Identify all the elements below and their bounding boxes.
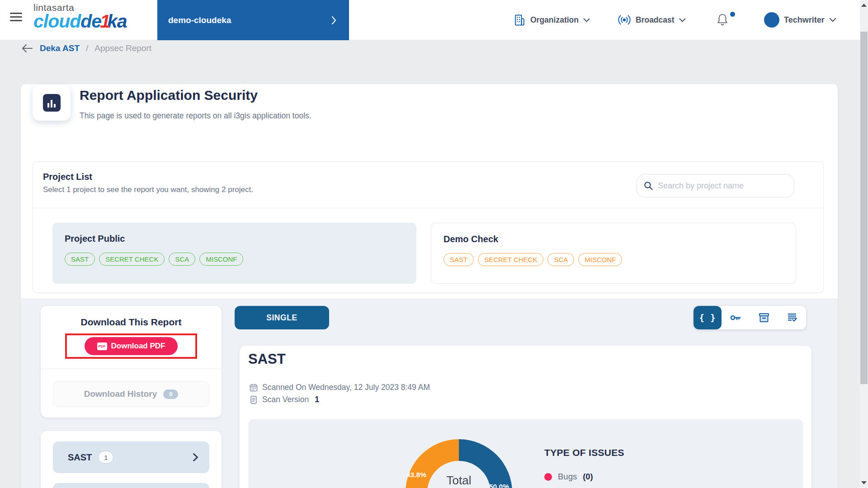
- hamburger-menu-icon[interactable]: [10, 13, 23, 23]
- organization-menu[interactable]: Organization: [514, 0, 590, 40]
- report-nav-item-next[interactable]: [53, 483, 209, 488]
- type-of-issues-title: TYPE OF ISSUES: [544, 447, 624, 458]
- sast-section-title: SAST: [248, 351, 286, 367]
- highlight-box: PDF Download PDF: [65, 333, 197, 359]
- workspace-label: demo-cloudeka: [168, 15, 231, 25]
- scrollbar-thumb[interactable]: [860, 32, 868, 384]
- organization-label: Organization: [530, 15, 579, 25]
- tag-sast: SAST: [443, 253, 474, 266]
- page-subtitle: This page is used to generate reports on…: [80, 111, 311, 121]
- download-history-button[interactable]: Download History 0: [53, 381, 209, 407]
- donut-center-label: Total: [427, 474, 491, 488]
- project-name: Demo Check: [443, 234, 498, 244]
- project-list-title: Project List: [43, 172, 92, 182]
- app-header: lintasarta cloudde1ka demo-cloudeka Orga…: [0, 0, 868, 40]
- report-nav-label: SAST: [68, 452, 92, 463]
- search-icon: [643, 181, 653, 191]
- download-history-count-badge: 0: [163, 389, 178, 399]
- sast-report-card: SAST Scanned On Wednesday, 12 July 2023 …: [240, 346, 811, 488]
- report-nav-item-sast[interactable]: SAST 1: [53, 441, 209, 473]
- chevron-down-icon: [829, 18, 836, 22]
- main-content-card: Report Application Security This page is…: [21, 84, 838, 488]
- report-toolbar: { }: [693, 306, 806, 329]
- single-mode-button[interactable]: SINGLE: [235, 306, 329, 329]
- toolbar-archive-button[interactable]: [750, 306, 778, 329]
- scanned-on-row: Scanned On Wednesday, 12 July 2023 8:49 …: [249, 383, 430, 392]
- project-tags: SAST SECRET CHECK SCA MISCONF: [443, 253, 622, 266]
- scan-version-label: Scan Version: [262, 395, 309, 404]
- project-tags: SAST SECRET CHECK SCA MISCONF: [65, 253, 243, 266]
- download-report-title: Download This Report: [41, 317, 222, 328]
- download-pdf-label: Download PDF: [111, 342, 165, 351]
- project-search: [637, 174, 794, 197]
- chevron-right-icon: [331, 16, 336, 25]
- download-report-card: Download This Report PDF Download PDF Do…: [41, 306, 222, 418]
- tag-sca: SCA: [547, 253, 574, 266]
- breadcrumb-link-deka-ast[interactable]: Deka AST: [40, 43, 80, 53]
- project-list-card: Project List Select 1 project to see the…: [33, 161, 824, 293]
- breadcrumb-current: Appsec Report: [94, 43, 151, 53]
- divider: [33, 208, 823, 208]
- tag-secret-check: SECRET CHECK: [99, 253, 165, 266]
- issues-chart-panel: Total 43.8% 50.0% TYPE OF ISSUES Bugs (0…: [248, 419, 803, 488]
- tag-sast: SAST: [65, 253, 95, 266]
- tag-secret-check: SECRET CHECK: [478, 253, 543, 266]
- broadcast-label: Broadcast: [636, 15, 675, 25]
- legend-label: Bugs: [558, 472, 577, 482]
- workspace-switcher[interactable]: demo-cloudeka: [157, 0, 349, 40]
- project-list-subtitle: Select 1 project to see the report you w…: [43, 185, 253, 194]
- breadcrumb-separator: /: [86, 43, 88, 53]
- calendar-icon: [249, 383, 258, 392]
- broadcast-menu[interactable]: Broadcast: [618, 0, 686, 40]
- toolbar-code-braces-button[interactable]: { }: [693, 306, 722, 329]
- bugs-dot-icon: [544, 473, 552, 481]
- report-nav-card: SAST 1: [41, 431, 222, 488]
- toolbar-report-list-button[interactable]: [778, 306, 806, 329]
- page-icon-tile: [33, 85, 71, 121]
- report-check-icon: [786, 312, 798, 324]
- report-nav-count-badge: 1: [98, 451, 113, 464]
- bell-icon: [716, 13, 729, 27]
- notification-badge-dot: [730, 12, 735, 17]
- user-name: Techwriter: [784, 15, 825, 25]
- page-title: Report Application Security: [80, 88, 258, 103]
- tag-sca: SCA: [169, 253, 195, 266]
- organization-building-icon: [514, 14, 526, 26]
- project-card-public[interactable]: Project Public SAST SECRET CHECK SCA MIS…: [52, 223, 416, 284]
- archive-icon: [758, 312, 770, 324]
- segment-label-blue: 50.0%: [489, 483, 509, 488]
- segment-label-orange: 43.8%: [406, 471, 426, 479]
- download-pdf-button[interactable]: PDF Download PDF: [85, 337, 178, 355]
- project-card-demo-check[interactable]: Demo Check SAST SECRET CHECK SCA MISCONF: [431, 223, 796, 284]
- app-logo: lintasarta cloudde1ka: [33, 3, 127, 31]
- scrollbar-down-arrow[interactable]: [861, 481, 867, 484]
- legend-item-bugs: Bugs (0): [544, 472, 593, 482]
- bar-chart-icon: [43, 94, 61, 112]
- breadcrumb: Deka AST / Appsec Report: [21, 42, 151, 55]
- tag-misconf: MISCONF: [199, 253, 243, 266]
- divider: [41, 369, 222, 369]
- tag-misconf: MISCONF: [578, 253, 622, 266]
- code-braces-icon: { }: [699, 313, 716, 323]
- search-input[interactable]: [658, 181, 784, 191]
- logo-product: cloudde1ka: [33, 12, 127, 31]
- broadcast-icon: [618, 14, 631, 26]
- chevron-right-icon: [193, 453, 198, 462]
- scan-version-value: 1: [315, 395, 319, 404]
- toolbar-key-button[interactable]: [722, 306, 750, 329]
- back-arrow-icon[interactable]: [21, 43, 33, 53]
- document-icon: [249, 395, 258, 404]
- user-avatar: [764, 12, 779, 28]
- legend-count: (0): [583, 472, 593, 482]
- notifications-button[interactable]: [716, 0, 729, 40]
- scan-version-row: Scan Version 1: [249, 395, 319, 404]
- chevron-down-icon: [583, 18, 590, 22]
- key-icon: [730, 312, 741, 324]
- scrollbar-up-arrow[interactable]: [861, 4, 867, 7]
- download-history-label: Download History: [84, 389, 157, 399]
- user-menu[interactable]: Techwriter: [764, 0, 836, 40]
- project-name: Project Public: [65, 234, 125, 244]
- chevron-down-icon: [679, 18, 686, 22]
- scanned-on-text: Scanned On Wednesday, 12 July 2023 8:49 …: [262, 383, 430, 392]
- page-scrollbar[interactable]: [860, 0, 868, 488]
